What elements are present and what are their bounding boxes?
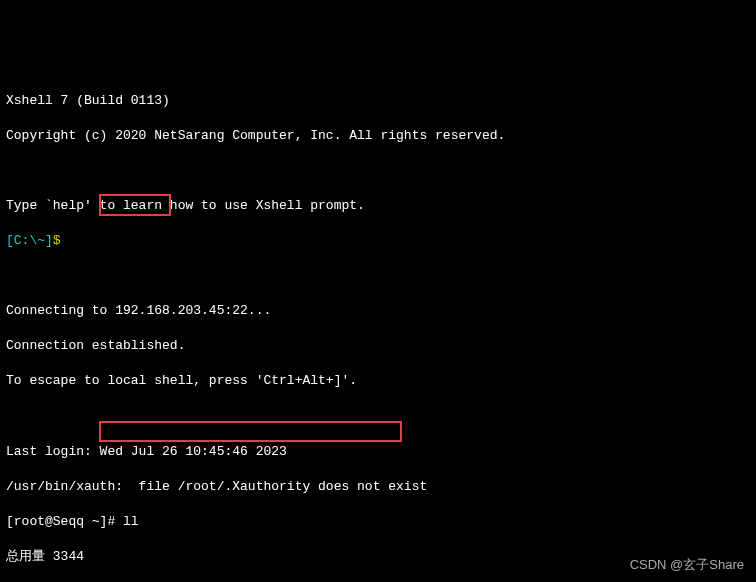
xauth-line: /usr/bin/xauth: file /root/.Xauthority d… <box>6 478 750 496</box>
xshell-prompt: [C:\~]$ <box>6 232 750 250</box>
help-text: Type `help' to learn how to use Xshell p… <box>6 197 750 215</box>
command-ll: ll <box>123 514 139 529</box>
prompt-prefix: [C:\~] <box>6 233 53 248</box>
blank-line <box>6 408 750 426</box>
shell-prompt-1: [root@Seqq ~]# ll <box>6 513 750 531</box>
app-title: Xshell 7 (Build 0113) <box>6 92 750 110</box>
copyright: Copyright (c) 2020 NetSarang Computer, I… <box>6 127 750 145</box>
blank-line <box>6 162 750 180</box>
prompt-suffix: $ <box>53 233 61 248</box>
terminal-output[interactable]: Xshell 7 (Build 0113) Copyright (c) 2020… <box>6 74 750 582</box>
established-text: Connection established. <box>6 337 750 355</box>
prompt-user-host: [root@Seqq ~] <box>6 514 107 529</box>
prompt-hash: # <box>107 514 123 529</box>
blank-line <box>6 267 750 285</box>
connecting-text: Connecting to 192.168.203.45:22... <box>6 302 750 320</box>
watermark: CSDN @玄子Share <box>630 556 744 574</box>
escape-text: To escape to local shell, press 'Ctrl+Al… <box>6 372 750 390</box>
last-login: Last login: Wed Jul 26 10:45:46 2023 <box>6 443 750 461</box>
